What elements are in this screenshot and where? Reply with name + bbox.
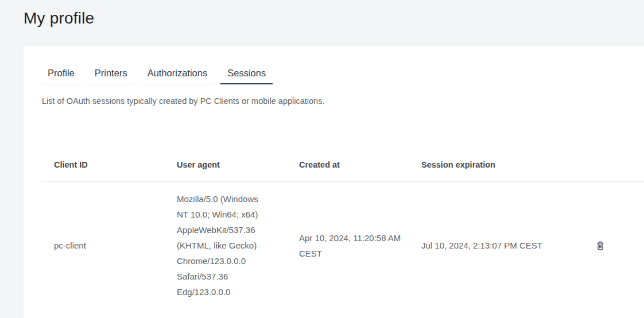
column-header-client-id: Client ID	[42, 146, 165, 182]
column-header-session-expiration: Session expiration	[409, 146, 550, 182]
column-header-actions	[550, 146, 644, 182]
trash-icon	[595, 240, 606, 251]
actions-cell	[550, 182, 644, 309]
tab-authorizations[interactable]: Authorizations	[141, 63, 215, 84]
sessions-table: Client ID User agent Created at Session …	[42, 146, 644, 309]
session-row: pc-client Mozilla/5.0 (Windows NT 10.0; …	[42, 182, 644, 309]
column-header-created-at: Created at	[287, 146, 409, 182]
tab-sessions[interactable]: Sessions	[220, 63, 273, 84]
user-agent-cell: Mozilla/5.0 (Windows NT 10.0; Win64; x64…	[165, 182, 287, 309]
created-at-cell: Apr 10, 2024, 11:20:58 AM CEST	[287, 182, 409, 309]
tab-printers[interactable]: Printers	[88, 63, 134, 84]
user-agent-value: Mozilla/5.0 (Windows NT 10.0; Win64; x64…	[177, 191, 271, 300]
tab-profile[interactable]: Profile	[41, 63, 82, 84]
sessions-description: List of OAuth sessions typically created…	[42, 96, 644, 106]
session-expiration-cell: Jul 10, 2024, 2:13:07 PM CEST	[409, 182, 550, 309]
client-id-value: pc-client	[54, 238, 159, 253]
client-id-cell: pc-client	[42, 182, 165, 309]
session-expiration-value: Jul 10, 2024, 2:13:07 PM CEST	[421, 238, 544, 253]
page-title: My profile	[0, 0, 644, 28]
created-at-value: Apr 10, 2024, 11:20:58 AM CEST	[299, 230, 404, 261]
profile-card: Profile Printers Authorizations Sessions…	[24, 46, 644, 318]
column-header-user-agent: User agent	[165, 146, 287, 182]
table-header-row: Client ID User agent Created at Session …	[42, 146, 644, 182]
page-header: My profile	[0, 0, 644, 46]
delete-session-button[interactable]	[592, 237, 609, 254]
tab-bar: Profile Printers Authorizations Sessions	[24, 46, 644, 84]
